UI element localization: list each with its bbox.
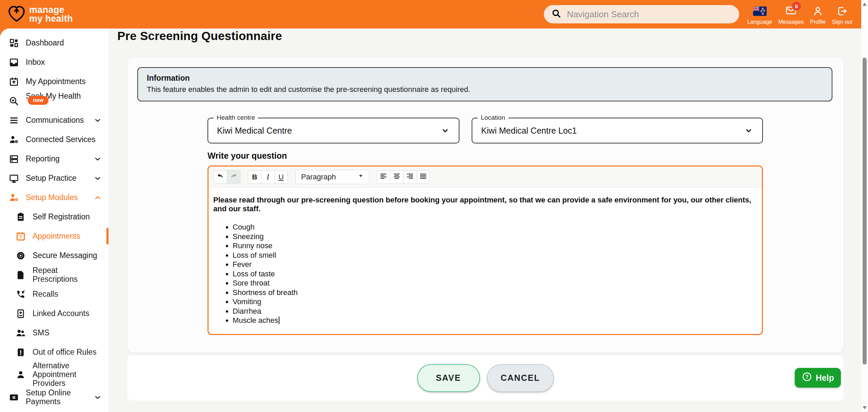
bold-button[interactable]: B: [248, 170, 261, 184]
scrollbar-thumb[interactable]: [863, 58, 867, 365]
menu-lines-icon: [9, 115, 19, 125]
gear-icon: [16, 251, 26, 261]
file-refresh-icon: [16, 270, 26, 280]
navigation-search[interactable]: [544, 5, 739, 23]
undo-redo-group: [214, 170, 240, 184]
chevron-down-icon: [94, 393, 102, 401]
search-icon: [551, 8, 561, 20]
language-label: Language: [747, 19, 772, 25]
content-card: Information This feature enables the adm…: [127, 58, 844, 353]
sidebar-item-label: SMS: [33, 329, 50, 337]
search-heart-icon: [9, 96, 19, 106]
sidebar-item-setup-modules[interactable]: Setup Modules: [0, 188, 108, 207]
sidebar-item-label: Setup Modules: [26, 193, 78, 202]
chevron-down-icon: [744, 126, 753, 135]
editor-content[interactable]: Please read through our pre-screening qu…: [209, 188, 762, 334]
sidebar-item-linked-accounts[interactable]: Linked Accounts: [0, 304, 108, 323]
sidebar-item-setup-practice[interactable]: Setup Practice: [0, 169, 108, 188]
svg-text:?: ?: [19, 234, 22, 239]
sidebar-item-label: Self Registration: [33, 213, 90, 221]
sidebar-item-appointments[interactable]: ? Appointments: [0, 227, 108, 246]
symptom-item: Diarrhea: [233, 307, 756, 316]
cancel-button[interactable]: CANCEL: [487, 364, 554, 392]
sidebar-item-connected-services[interactable]: Connected Services: [0, 130, 108, 149]
profile-button[interactable]: Profile: [810, 3, 826, 25]
sidebar-item-label: Appointments: [33, 232, 80, 241]
align-justify-button[interactable]: [416, 170, 430, 184]
health-centre-label: Health centre: [214, 114, 258, 121]
language-button[interactable]: Language: [747, 3, 772, 25]
sidebar-item-my-appointments[interactable]: My Appointments: [0, 72, 108, 91]
symptom-item: Shortness of breath: [233, 288, 756, 297]
sidebar-item-sms[interactable]: SMS: [0, 323, 108, 342]
app-logo[interactable]: manage my health: [7, 4, 73, 25]
align-right-button[interactable]: [403, 170, 417, 184]
scroll-down-arrow[interactable]: [863, 406, 867, 409]
inbox-icon: [9, 57, 19, 67]
action-footer: SAVE CANCEL: [127, 355, 844, 400]
symptom-text: Muscle aches: [233, 316, 278, 325]
sidebar-item-out-of-office-rules[interactable]: Out of office Rules: [0, 342, 108, 362]
symptom-item: Runny nose: [233, 241, 756, 251]
sidebar-item-label: Connected Services: [26, 135, 96, 144]
help-icon: ?: [802, 371, 812, 384]
sidebar-item-recalls[interactable]: Recalls: [0, 285, 108, 304]
rich-text-editor: B I U Paragraph Please read through our …: [208, 165, 763, 335]
paragraph-style-select[interactable]: Paragraph: [295, 170, 369, 184]
paragraph-style-value: Paragraph: [301, 173, 336, 181]
search-input[interactable]: [566, 9, 732, 20]
sidebar-item-repeat-prescriptions[interactable]: Repeat Prescriptions: [0, 265, 108, 285]
symptom-item: Sneezing: [233, 232, 756, 241]
help-button[interactable]: ? Help: [795, 368, 841, 388]
help-label: Help: [816, 373, 834, 383]
page-scrollbar[interactable]: [861, 0, 868, 412]
save-button[interactable]: SAVE: [417, 364, 480, 392]
sidebar-item-reporting[interactable]: Reporting: [0, 149, 108, 169]
sidebar-item-alternative-appointment-providers[interactable]: Alternative Appointment Providers: [0, 362, 108, 388]
redo-icon: [230, 172, 238, 182]
clipboard-alert-icon: [16, 347, 26, 357]
svg-text:?: ?: [805, 374, 809, 380]
alignment-group: [377, 170, 430, 184]
sidebar-item-dashboard[interactable]: Dashboard: [0, 33, 108, 53]
sidebar-item-secure-messaging[interactable]: Secure Messaging: [0, 246, 108, 265]
dashboard-icon: [9, 38, 19, 48]
align-left-button[interactable]: [377, 170, 390, 184]
redo-button[interactable]: [227, 170, 240, 184]
symptom-item: Vomiting: [233, 297, 756, 307]
undo-button[interactable]: [214, 170, 227, 184]
symptom-item: Loss of smell: [233, 251, 756, 260]
centre-location-row: Health centre Kiwi Medical Centre Locati…: [208, 118, 763, 143]
profile-label: Profile: [810, 19, 826, 25]
messages-button[interactable]: 0 Messages: [778, 3, 804, 25]
sidebar-item-self-registration[interactable]: Self Registration: [0, 207, 108, 227]
undo-icon: [216, 172, 224, 182]
health-centre-value: Kiwi Medical Centre: [217, 126, 292, 136]
sidebar-item-label: Inbox: [26, 58, 45, 67]
location-select[interactable]: Location Kiwi Medical Centre Loc1: [472, 118, 763, 143]
report-panels-icon: [9, 154, 19, 164]
credit-card-icon: [9, 392, 19, 403]
align-center-button[interactable]: [390, 170, 403, 184]
person-icon: [812, 5, 824, 17]
sidebar-item-label: Linked Accounts: [33, 309, 90, 318]
underline-button[interactable]: U: [274, 170, 288, 184]
sidebar-item-communications[interactable]: Communications: [0, 111, 108, 130]
dropdown-arrow-icon: [357, 173, 364, 181]
sidebar-item-label: My Appointments: [26, 77, 85, 86]
italic-button[interactable]: I: [261, 170, 275, 184]
text-caret: [279, 316, 279, 324]
location-label: Location: [478, 114, 508, 121]
scroll-up-arrow[interactable]: [863, 3, 867, 6]
sidebar-item-seek-my-health[interactable]: Seek My Healthnew: [0, 91, 108, 111]
sign-out-button[interactable]: Sign out: [832, 3, 852, 25]
logo-line2: my health: [29, 14, 73, 23]
sidebar-item-label: Seek My Healthnew: [26, 92, 102, 110]
sidebar-item-setup-online-payments[interactable]: Setup Online Payments: [0, 388, 108, 407]
sidebar-item-label: Secure Messaging: [33, 251, 97, 260]
heart-logo-icon: [7, 4, 26, 25]
sidebar-item-inbox[interactable]: Inbox: [0, 53, 108, 72]
envelope-icon-wrap: 0: [785, 5, 797, 17]
sidebar-item-label: Communications: [26, 116, 84, 125]
health-centre-select[interactable]: Health centre Kiwi Medical Centre: [208, 118, 459, 143]
